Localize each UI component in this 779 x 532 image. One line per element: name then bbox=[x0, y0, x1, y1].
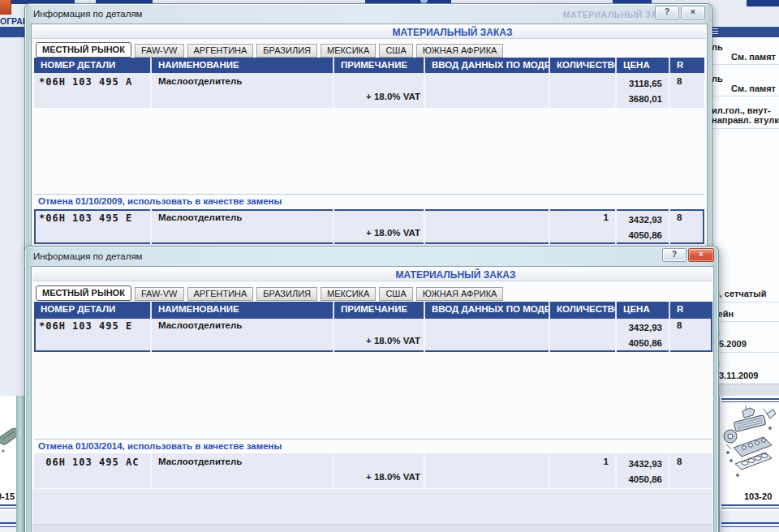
cell-model-data bbox=[424, 209, 549, 244]
separator bbox=[717, 352, 779, 353]
col-price: ЦЕНА bbox=[615, 58, 669, 73]
cell-price: 3432,93 4050,86 bbox=[615, 453, 669, 488]
plate-border-line bbox=[721, 504, 779, 506]
cell-r: 8 bbox=[669, 209, 704, 244]
cell-model-data bbox=[424, 73, 549, 108]
tab-faw-vw[interactable]: FAW-VW bbox=[135, 287, 184, 301]
separator bbox=[717, 302, 779, 302]
price-lower: 4050,86 bbox=[617, 336, 662, 351]
cell-model-data bbox=[424, 317, 549, 352]
cell-name: Маслоотделитель bbox=[150, 209, 333, 244]
col-r: R bbox=[669, 302, 712, 317]
close-button[interactable]: × bbox=[681, 6, 705, 19]
separator bbox=[34, 439, 712, 440]
col-part-number: НОМЕР ДЕТАЛИ bbox=[34, 58, 150, 73]
cell-price: 3432,93 4050,86 bbox=[615, 317, 669, 352]
cell-part-number: *06H 103 495 A bbox=[34, 73, 150, 108]
price-upper: 3432,93 bbox=[617, 457, 662, 472]
title-bar[interactable]: Информация по деталям ? × bbox=[25, 247, 718, 266]
cell-note: + 18.0% VAT bbox=[333, 317, 424, 352]
plate-border-line bbox=[0, 508, 16, 508]
dialog-title: Информация по деталям bbox=[33, 251, 143, 261]
plate-border-line bbox=[721, 401, 779, 402]
part-row[interactable]: 06H 103 495 AC Маслоотделитель + 18.0% V… bbox=[34, 453, 712, 488]
cancel-note: Отмена 01/10/2009, использовать в качест… bbox=[38, 196, 282, 206]
bg-drawing-plate: 103-20 bbox=[719, 396, 779, 532]
price-lower: 3680,01 bbox=[617, 92, 662, 107]
tab-usa[interactable]: США bbox=[379, 287, 412, 301]
plate-margin bbox=[720, 511, 779, 532]
part-row[interactable]: *06H 103 495 E Маслоотделитель + 18.0% V… bbox=[34, 317, 712, 352]
bg-list-fragment: ль bbox=[712, 42, 723, 52]
cell-quantity: 1 bbox=[549, 453, 615, 488]
bg-list-fragment: ил.гол., внут- bbox=[712, 105, 771, 115]
col-quantity: КОЛИЧЕСТВО bbox=[549, 302, 615, 317]
title-bar[interactable]: Информация по деталям МАТЕРИАЛЬНЫЙ ЗАКАЗ… bbox=[25, 4, 712, 24]
cell-part-number: 06H 103 495 AC bbox=[34, 453, 150, 488]
table-header: НОМЕР ДЕТАЛИ НАИМЕНОВАНИЕ ПРИМЕЧАНИЕ ВВО… bbox=[34, 58, 704, 73]
bg-list-fragment: ль bbox=[712, 74, 723, 84]
col-r: R bbox=[669, 58, 704, 73]
tab-local-market[interactable]: МЕСТНЫЙ РЫНОК bbox=[36, 285, 131, 301]
tab-brazil[interactable]: БРАЗИЛИЯ bbox=[256, 44, 317, 58]
plate-border-line bbox=[721, 522, 779, 524]
cell-model-data bbox=[424, 453, 549, 488]
price-lower: 4050,86 bbox=[617, 472, 662, 487]
dialog-client-area: МАТЕРИАЛЬНЫЙ ЗАКАЗ МЕСТНЫЙ РЫНОК FAW-VW … bbox=[31, 266, 714, 532]
separator bbox=[711, 128, 779, 129]
cell-part-number: *06H 103 495 E bbox=[34, 209, 150, 244]
tab-argentina[interactable]: АРГЕНТИНА bbox=[187, 44, 254, 58]
empty-row-area bbox=[32, 489, 712, 524]
plate-border-line bbox=[721, 508, 779, 508]
bg-list-fragment: 23.11.2009 bbox=[714, 371, 758, 380]
part-row[interactable]: *06H 103 495 E Маслоотделитель + 18.0% V… bbox=[34, 209, 704, 244]
cell-quantity: 1 bbox=[549, 209, 615, 244]
separator bbox=[711, 64, 779, 65]
tab-south-africa[interactable]: ЮЖНАЯ АФРИКА bbox=[416, 287, 504, 301]
material-order-header: МАТЕРИАЛЬНЫЙ ЗАКАЗ bbox=[32, 26, 706, 39]
col-model-data: ВВОД ДАННЫХ ПО МОДЕЛИ bbox=[424, 58, 549, 73]
plate-border-line bbox=[0, 522, 16, 524]
tab-mexico[interactable]: МЕКСИКА bbox=[321, 287, 376, 301]
cell-price: 3432,93 4050,86 bbox=[615, 209, 669, 244]
cell-note: + 18.0% VAT bbox=[333, 453, 424, 488]
col-model-data: ВВОД ДАННЫХ ПО МОДЕЛИ bbox=[424, 302, 549, 317]
cell-name: Маслоотделитель bbox=[150, 317, 333, 352]
tab-south-africa[interactable]: ЮЖНАЯ АФРИКА bbox=[416, 44, 504, 58]
material-order-header: МАТЕРИАЛЬНЫЙ ЗАКАЗ bbox=[32, 268, 712, 281]
tab-bar: МЕСТНЫЙ РЫНОК FAW-VW АРГЕНТИНА БРАЗИЛИЯ … bbox=[36, 41, 503, 58]
tab-faw-vw[interactable]: FAW-VW bbox=[135, 44, 184, 58]
tab-local-market[interactable]: МЕСТНЫЙ РЫНОК bbox=[36, 42, 131, 58]
plate-border-line bbox=[721, 398, 779, 400]
cell-price: 3118,65 3680,01 bbox=[615, 73, 669, 108]
part-row[interactable]: *06H 103 495 A Маслоотделитель + 18.0% V… bbox=[34, 73, 704, 108]
cell-name: Маслоотделитель bbox=[150, 453, 333, 488]
col-quantity: КОЛИЧЕСТВО bbox=[549, 58, 615, 73]
cell-quantity bbox=[549, 317, 615, 352]
col-note: ПРИМЕЧАНИЕ bbox=[333, 302, 424, 317]
help-button[interactable]: ? bbox=[655, 6, 679, 19]
price-lower: 4050,86 bbox=[617, 228, 662, 243]
close-button[interactable]: × bbox=[688, 248, 714, 262]
exploded-engine-diagram bbox=[721, 404, 778, 490]
bg-app-logo bbox=[0, 0, 11, 15]
dialog-footer-strip bbox=[32, 524, 712, 532]
col-part-number: НОМЕР ДЕТАЛИ bbox=[34, 302, 150, 317]
plate-border-line bbox=[0, 526, 16, 527]
help-button[interactable]: ? bbox=[662, 248, 686, 262]
tab-brazil[interactable]: БРАЗИЛИЯ bbox=[256, 287, 317, 301]
bg-list-fragment: направл. втулко bbox=[712, 115, 779, 125]
tab-usa[interactable]: США bbox=[379, 44, 412, 58]
cancel-note: Отмена 01/03/2014, использовать в качест… bbox=[38, 441, 282, 451]
plate-border-line bbox=[721, 526, 779, 527]
bg-drawing-plate-left: 00-15 bbox=[0, 396, 17, 532]
bg-toolbar-fragment bbox=[747, 0, 779, 6]
tab-mexico[interactable]: МЕКСИКА bbox=[321, 44, 376, 58]
separator bbox=[711, 384, 779, 397]
cell-note: + 18.0% VAT bbox=[333, 73, 424, 108]
col-name: НАИМЕНОВАНИЕ bbox=[150, 302, 333, 317]
separator bbox=[34, 194, 704, 195]
tab-argentina[interactable]: АРГЕНТИНА bbox=[187, 287, 254, 301]
dialog-client-area: МАТЕРИАЛЬНЫЙ ЗАКАЗ МЕСТНЫЙ РЫНОК FAW-VW … bbox=[31, 24, 708, 252]
bg-menu-icon bbox=[712, 28, 718, 36]
